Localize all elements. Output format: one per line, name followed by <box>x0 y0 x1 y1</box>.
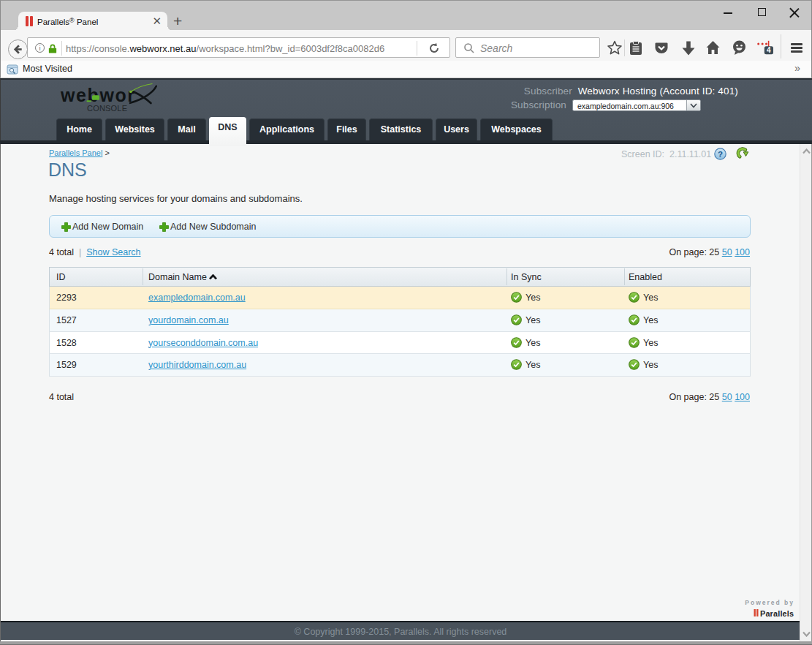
svg-text:4: 4 <box>767 46 771 54</box>
svg-text:Parallels: Parallels <box>760 609 794 618</box>
svg-text:?: ? <box>718 150 723 159</box>
svg-text:webwor: webwor <box>60 85 136 105</box>
svg-text:CONSOLE: CONSOLE <box>87 104 127 113</box>
